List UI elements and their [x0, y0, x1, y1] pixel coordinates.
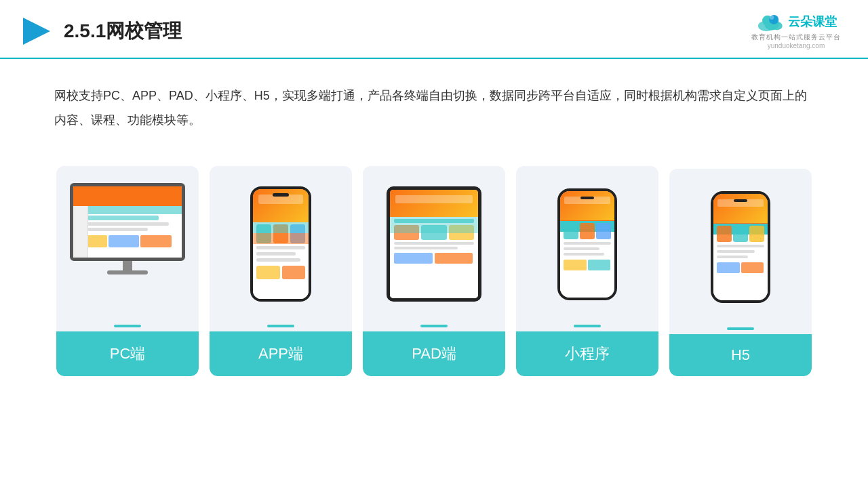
- svg-marker-0: [23, 18, 50, 45]
- card-app: APP端: [210, 166, 352, 376]
- logo-domain: yunduoketang.com: [768, 42, 825, 49]
- header: 2.5.1网校管理 云朵课堂 教育机构一站式服务云平台 yunduoketang…: [0, 0, 868, 59]
- card-pad: PAD端: [363, 166, 505, 376]
- card-miniapp: 小程序: [516, 166, 658, 376]
- play-icon: [20, 15, 53, 47]
- miniapp-phone: [557, 188, 617, 300]
- page-title: 2.5.1网校管理: [64, 18, 182, 44]
- card-pad-top-line: [420, 325, 448, 327]
- logo-area: 云朵课堂 教育机构一站式服务云平台 yunduoketang.com: [751, 12, 841, 49]
- app-image-area: [210, 166, 352, 315]
- h5-image-area: [669, 169, 812, 318]
- card-h5-label: H5: [669, 334, 812, 376]
- header-left: 2.5.1网校管理: [20, 15, 182, 47]
- cards-container: PC端: [0, 152, 868, 376]
- card-pc: PC端: [56, 166, 199, 376]
- logo-tagline: 教育机构一站式服务云平台: [751, 33, 841, 42]
- miniapp-image-area: [516, 166, 658, 315]
- card-miniapp-label: 小程序: [516, 331, 658, 376]
- pad-image-area: [363, 166, 505, 315]
- description-text: 网校支持PC、APP、PAD、小程序、H5，实现多端打通，产品各终端自由切换，数…: [0, 59, 868, 146]
- card-pc-label: PC端: [56, 331, 199, 376]
- card-app-top-line: [267, 325, 294, 327]
- h5-phone: [711, 191, 770, 303]
- card-miniapp-top-line: [574, 325, 601, 327]
- cloud-icon: [755, 12, 784, 31]
- card-h5: H5: [669, 169, 812, 376]
- svg-point-6: [770, 16, 774, 20]
- card-pc-top-line: [114, 325, 141, 327]
- pc-monitor: [66, 183, 189, 305]
- card-h5-top-line: [727, 327, 754, 330]
- pad-tablet: [387, 186, 481, 302]
- app-phone: [250, 186, 311, 302]
- card-app-label: APP端: [210, 331, 352, 376]
- pc-image-area: [56, 166, 199, 315]
- card-pad-label: PAD端: [363, 331, 505, 376]
- logo-cloud: 云朵课堂: [755, 12, 837, 31]
- logo-brand: 云朵课堂: [788, 14, 837, 30]
